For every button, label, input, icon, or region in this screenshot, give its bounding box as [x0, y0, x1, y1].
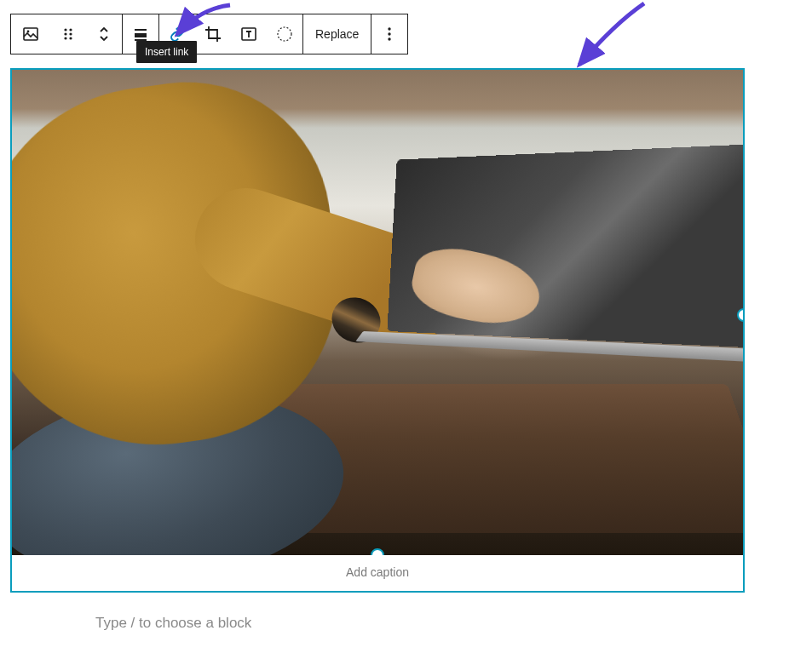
- selected-image-block[interactable]: Add caption: [10, 68, 745, 593]
- more-options-button[interactable]: [371, 14, 407, 54]
- block-type-button[interactable]: [11, 14, 50, 54]
- svg-point-12: [278, 27, 291, 41]
- image-icon: [20, 24, 41, 44]
- svg-point-5: [69, 32, 72, 35]
- svg-point-14: [389, 32, 391, 35]
- svg-point-3: [69, 28, 72, 31]
- move-up-down-button[interactable]: [86, 14, 122, 54]
- image-caption-input[interactable]: Add caption: [12, 555, 743, 591]
- image-laptop: [387, 144, 743, 348]
- svg-point-2: [64, 28, 66, 31]
- image-canvas[interactable]: [12, 70, 743, 555]
- drag-handle-icon: [58, 24, 78, 44]
- empty-paragraph-placeholder[interactable]: Type / to choose a block: [95, 615, 251, 632]
- annotation-arrow-link: [170, 0, 239, 49]
- svg-point-4: [64, 32, 66, 35]
- svg-rect-9: [135, 33, 147, 37]
- duotone-filter-button[interactable]: [267, 14, 302, 54]
- more-options-icon: [379, 24, 400, 44]
- svg-point-15: [389, 37, 391, 40]
- svg-rect-8: [135, 29, 147, 31]
- image-content: [12, 70, 743, 555]
- move-up-down-icon: [94, 24, 114, 44]
- toolbar-group-replace: Replace: [302, 14, 371, 54]
- text-over-image-icon: [239, 24, 259, 44]
- svg-point-1: [27, 31, 30, 33]
- toolbar-group-block: [11, 14, 122, 54]
- drag-handle-button[interactable]: [50, 14, 86, 54]
- svg-point-13: [389, 27, 391, 30]
- svg-point-6: [64, 37, 66, 39]
- duotone-filter-icon: [274, 24, 295, 44]
- replace-button[interactable]: Replace: [303, 14, 371, 54]
- annotation-arrow-image: [567, 0, 653, 75]
- svg-point-7: [69, 37, 72, 39]
- toolbar-group-more: [371, 14, 407, 54]
